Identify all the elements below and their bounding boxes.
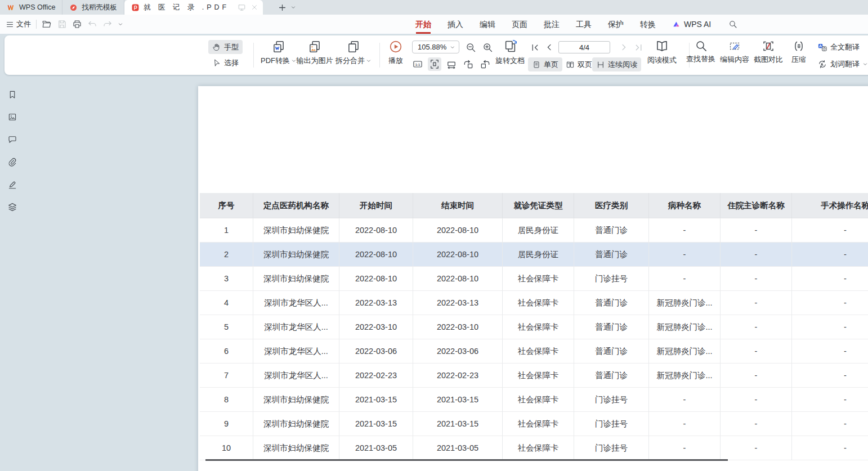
read-mode-button[interactable]: 阅读模式 — [644, 39, 680, 65]
tab-list-chevron-icon[interactable] — [290, 5, 296, 10]
tab-document-pdf[interactable]: 就 医 记 录 .PDF — [124, 0, 263, 15]
new-tab-plus-icon[interactable] — [278, 3, 287, 12]
export-image-label: 输出为图片 — [297, 56, 333, 66]
column-header: 开始时间 — [339, 193, 413, 218]
table-cell: 1 — [200, 218, 253, 243]
tab-tools[interactable]: 工具 — [576, 15, 592, 34]
read-mode-icon — [655, 39, 669, 53]
divider — [253, 43, 254, 68]
annotate-pen-icon[interactable] — [7, 180, 17, 190]
search-icon[interactable] — [728, 20, 737, 29]
open-file-icon[interactable] — [42, 19, 52, 29]
close-tab-icon[interactable] — [250, 3, 258, 11]
actual-size-button[interactable] — [411, 57, 424, 71]
page-number-input[interactable] — [558, 41, 610, 53]
table-cell: - — [792, 267, 868, 291]
table-cell: - — [721, 412, 792, 436]
first-page-button[interactable] — [528, 41, 542, 54]
thumbnail-icon[interactable] — [7, 112, 17, 122]
single-page-button[interactable]: 单页 — [528, 57, 562, 71]
full-text-translate-button[interactable]: 全文翻译 — [816, 40, 868, 54]
word-translate-button[interactable]: 划词翻译 — [816, 57, 868, 71]
table-cell: 居民身份证 — [503, 218, 574, 243]
column-header: 定点医药机构名称 — [253, 193, 339, 218]
table-row: 9深圳市妇幼保健院2021-03-152021-03-15社会保障卡门诊挂号--… — [200, 412, 868, 436]
save-icon[interactable] — [57, 19, 67, 29]
fit-page-button[interactable] — [428, 57, 441, 71]
table-cell: 社会保障卡 — [503, 412, 574, 436]
play-button[interactable]: 播放 — [382, 39, 410, 66]
wps-pdf-window: { "tab_bar": { "tabs": [ { "label": "WPS… — [0, 0, 868, 471]
tab-home[interactable]: 开始 — [415, 15, 431, 34]
tab-label: 找稻壳模板 — [82, 3, 117, 12]
last-page-button[interactable] — [632, 41, 645, 54]
table-bottom-scrollbar — [205, 459, 728, 461]
table-cell: 社会保障卡 — [503, 339, 574, 364]
table-cell: 门诊挂号 — [574, 267, 649, 291]
table-cell: - — [649, 436, 721, 460]
undo-icon[interactable] — [87, 19, 97, 29]
select-tool-button[interactable]: 选择 — [208, 56, 243, 70]
comment-icon[interactable] — [7, 134, 17, 145]
table-cell: 深圳市妇幼保健院 — [253, 218, 339, 243]
undo-history-chevron-icon[interactable] — [118, 21, 123, 27]
print-icon[interactable] — [72, 19, 82, 29]
continuous-reading-button[interactable]: 连续阅读 — [592, 57, 641, 71]
edit-content-icon — [728, 39, 741, 53]
table-cell: 2022-03-10 — [413, 315, 503, 339]
tab-annotate[interactable]: 批注 — [544, 15, 560, 34]
fit-width-button[interactable] — [445, 57, 458, 71]
table-cell: 深圳市妇幼保健院 — [253, 243, 339, 267]
compress-button[interactable]: 压缩 — [787, 39, 811, 65]
tab-edit[interactable]: 编辑 — [480, 15, 495, 34]
rotate-document-button[interactable]: 旋转文档 — [490, 39, 530, 66]
redo-icon[interactable] — [102, 19, 113, 29]
tab-convert[interactable]: 转换 — [640, 15, 656, 34]
zoom-out-button[interactable] — [464, 41, 477, 54]
table-cell: 社会保障卡 — [503, 388, 574, 412]
table-cell: 9 — [200, 412, 253, 436]
wps-ai-button[interactable]: WPS AI — [672, 20, 711, 29]
edit-content-label: 编辑内容 — [720, 55, 749, 65]
screenshot-compare-button[interactable]: 截图对比 — [750, 39, 787, 65]
tab-docer-templates[interactable]: 找稻壳模板 — [62, 0, 124, 15]
play-icon — [388, 39, 403, 54]
previous-page-button[interactable] — [543, 41, 556, 54]
tab-wps-office[interactable]: WPS Office — [0, 0, 62, 15]
double-page-label: 双页 — [578, 60, 592, 70]
rotate-right-icon — [480, 59, 491, 70]
column-header: 医疗类别 — [574, 193, 649, 218]
rotate-left-button[interactable] — [462, 57, 475, 71]
monitor-icon[interactable] — [238, 3, 246, 12]
zoom-level-dropdown[interactable]: 105.88% — [412, 41, 459, 53]
tab-protect[interactable]: 保护 — [608, 15, 624, 34]
table-cell: 8 — [200, 388, 253, 412]
table-cell: 门诊挂号 — [574, 388, 649, 412]
table-cell: 普通门诊 — [574, 364, 649, 388]
table-row: 6深圳市龙华区人...2022-03-062022-03-06社会保障卡普通门诊… — [200, 339, 868, 364]
bookmark-icon[interactable] — [7, 89, 17, 100]
rotate-document-label: 旋转文档 — [495, 56, 525, 66]
table-cell: - — [792, 339, 868, 364]
tab-page[interactable]: 页面 — [512, 15, 527, 34]
tab-insert[interactable]: 插入 — [448, 15, 463, 34]
export-image-button[interactable]: 输出为图片 — [293, 39, 337, 66]
table-cell: 深圳市妇幼保健院 — [253, 436, 339, 460]
file-menu-button[interactable]: 文件 — [6, 19, 31, 29]
rotate-document-icon — [503, 39, 518, 54]
find-replace-button[interactable]: 查找替换 — [682, 39, 719, 64]
edit-content-button[interactable]: 编辑内容 — [716, 39, 753, 65]
table-cell: - — [792, 218, 868, 243]
hand-tool-button[interactable]: 手型 — [208, 40, 243, 54]
tab-bar: WPS Office 找稻壳模板 就 医 记 录 .PDF — [0, 0, 868, 15]
split-merge-button[interactable]: 拆分合并 — [331, 39, 376, 66]
pdf-page[interactable]: 序号定点医药机构名称开始时间结束时间就诊凭证类型医疗类别病种名称住院主诊断名称手… — [198, 86, 868, 471]
layers-icon[interactable] — [7, 202, 17, 212]
toolbar: 手型 选择 PDF转换 输出为图片 拆分合并 播放 105.88% 旋转文档 — [5, 35, 868, 75]
table-cell: 社会保障卡 — [503, 291, 574, 315]
next-page-button[interactable] — [617, 41, 630, 54]
table-cell: - — [721, 339, 792, 364]
word-translate-icon — [817, 59, 827, 69]
attachment-icon[interactable] — [7, 157, 17, 167]
table-cell: - — [792, 243, 868, 267]
